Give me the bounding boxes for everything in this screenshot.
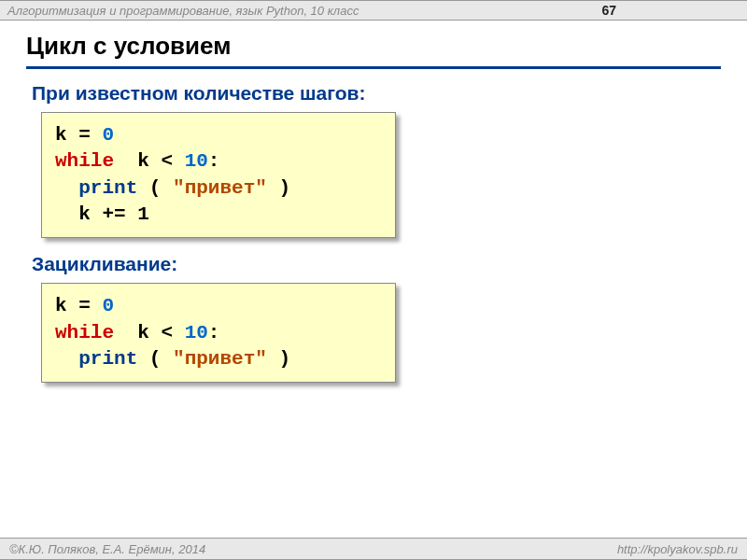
header-bar: Алгоритмизация и программирование, язык … — [0, 0, 747, 21]
code-text: ) — [267, 348, 290, 370]
codebox-1: k = 0 while k < 10: print ( "привет" ) k… — [41, 112, 396, 238]
section2-heading: Зацикливание: — [32, 253, 721, 275]
page-number: 67 — [601, 3, 616, 18]
code-number: 0 — [102, 124, 114, 146]
code-text: k < — [114, 322, 185, 343]
code-text: k < — [114, 150, 185, 172]
code-function: print — [78, 177, 137, 199]
code-string: "привет" — [173, 348, 267, 370]
footer-bar: ©К.Ю. Поляков, Е.А. Ерёмин, 2014 http://… — [0, 538, 747, 560]
copyright: ©К.Ю. Поляков, Е.А. Ерёмин, 2014 — [9, 542, 205, 556]
codebox-2: k = 0 while k < 10: print ( "привет" ) — [41, 283, 396, 383]
code-function: print — [78, 348, 137, 370]
footer-url: http://kpolyakov.spb.ru — [617, 542, 738, 556]
slide-title: Цикл с условием — [26, 32, 721, 69]
code-string: "привет" — [173, 177, 267, 199]
code-text: k = — [55, 124, 102, 146]
slide-content: Цикл с условием При известном количестве… — [0, 21, 747, 383]
code-text: : — [208, 150, 220, 172]
code-text — [55, 348, 78, 370]
section1-heading: При известном количестве шагов: — [32, 82, 721, 105]
codebox-2-wrap: k = 0 while k < 10: print ( "привет" ) — [41, 283, 396, 383]
code-keyword: while — [55, 150, 114, 172]
code-number: 10 — [185, 150, 208, 172]
code-text: ( — [137, 348, 173, 370]
code-text: k = — [55, 295, 102, 316]
code-text: ( — [137, 177, 173, 199]
code-keyword: while — [55, 322, 114, 343]
code-text: k += 1 — [55, 203, 149, 225]
code-text — [55, 177, 78, 199]
code-number: 0 — [102, 295, 114, 316]
course-title: Алгоритмизация и программирование, язык … — [7, 4, 359, 18]
codebox-1-wrap: k = 0 while k < 10: print ( "привет" ) k… — [41, 112, 396, 238]
code-text: ) — [267, 177, 290, 199]
code-text: : — [208, 322, 220, 343]
code-number: 10 — [185, 322, 208, 343]
